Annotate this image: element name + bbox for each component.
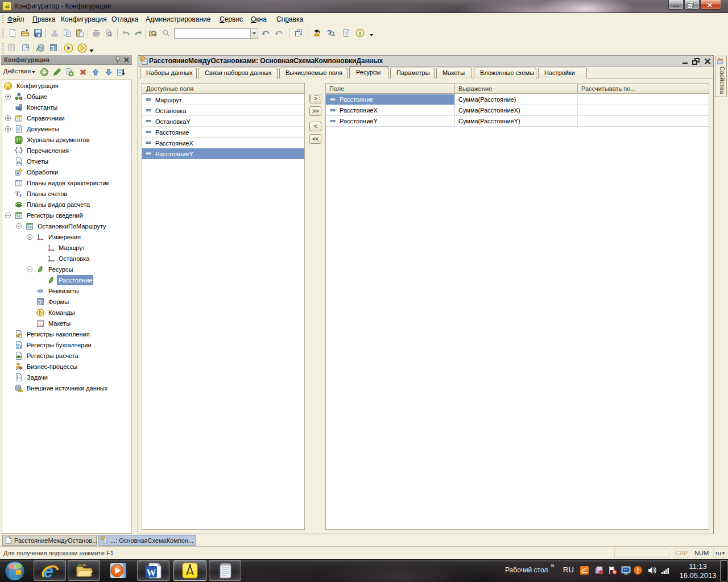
svg-text:T: T (19, 193, 22, 198)
svg-text:T: T (19, 344, 22, 349)
svg-text:W: W (147, 567, 156, 578)
